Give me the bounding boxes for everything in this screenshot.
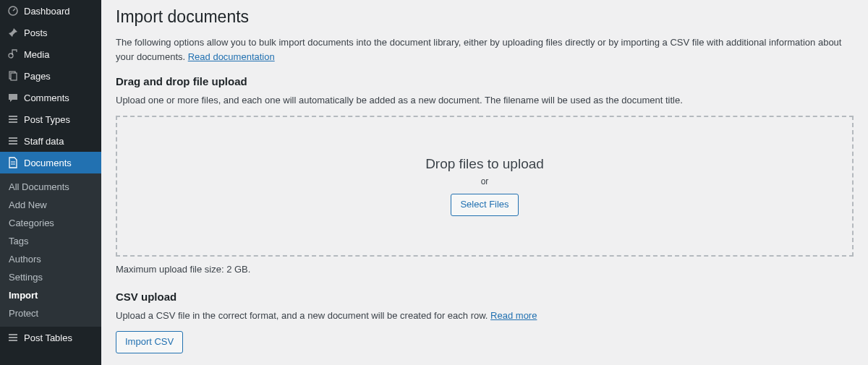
sidebar-item-label: Dashboard (24, 6, 70, 17)
csv-upload-section: CSV upload Upload a CSV file in the corr… (116, 291, 854, 353)
dashboard-icon (7, 5, 19, 17)
svg-rect-8 (9, 140, 17, 142)
svg-rect-12 (9, 340, 17, 341)
pages-icon (7, 70, 19, 82)
list-icon (7, 135, 19, 147)
sidebar-item-label: Posts (24, 27, 48, 38)
page-title: Import documents (116, 7, 854, 27)
sidebar-item-pages[interactable]: Pages (0, 65, 101, 87)
svg-rect-6 (9, 121, 17, 123)
submenu-categories[interactable]: Categories (0, 214, 101, 232)
sidebar-item-label: Media (24, 49, 49, 60)
submenu-settings[interactable]: Settings (0, 268, 101, 286)
sidebar-item-staff-data[interactable]: Staff data (0, 130, 101, 152)
sidebar-item-media[interactable]: Media (0, 43, 101, 65)
file-dropzone[interactable]: Drop files to upload or Select Files (116, 116, 854, 257)
section-csv-hint: Upload a CSV file in the correct format,… (116, 310, 854, 321)
svg-rect-9 (9, 143, 17, 145)
svg-rect-7 (9, 137, 17, 139)
section-drag-drop-title: Drag and drop file upload (116, 75, 854, 87)
sidebar-item-post-tables[interactable]: Post Tables (0, 327, 101, 348)
document-icon (7, 157, 19, 168)
dropzone-title: Drop files to upload (117, 156, 852, 172)
svg-rect-4 (9, 116, 17, 117)
sidebar-item-documents[interactable]: Documents (0, 152, 101, 173)
submenu-add-new[interactable]: Add New (0, 196, 101, 214)
svg-rect-5 (9, 119, 17, 120)
submenu-protect[interactable]: Protect (0, 304, 101, 322)
svg-rect-10 (9, 334, 17, 335)
dropzone-or: or (117, 176, 852, 186)
section-drag-drop-hint: Upload one or more files, and each one w… (116, 95, 854, 106)
intro-paragraph: The following options allow you to bulk … (116, 35, 854, 64)
pin-icon (7, 27, 19, 38)
sidebar-item-label: Pages (24, 71, 51, 82)
section-csv-title: CSV upload (116, 291, 854, 303)
csv-hint-text: Upload a CSV file in the correct format,… (116, 310, 490, 321)
sidebar-item-label: Comments (24, 93, 69, 103)
submenu-tags[interactable]: Tags (0, 232, 101, 250)
sidebar-item-label: Staff data (24, 136, 64, 147)
import-csv-button[interactable]: Import CSV (116, 331, 183, 353)
admin-sidebar: Dashboard Posts Media Pages Comments Pos… (0, 0, 101, 365)
sidebar-item-dashboard[interactable]: Dashboard (0, 0, 101, 22)
svg-rect-11 (9, 337, 17, 338)
read-documentation-link[interactable]: Read documentation (188, 51, 275, 62)
submenu-authors[interactable]: Authors (0, 250, 101, 268)
max-upload-size: Maximum upload file size: 2 GB. (116, 264, 854, 275)
svg-rect-3 (11, 73, 17, 80)
documents-submenu: All Documents Add New Categories Tags Au… (0, 173, 101, 327)
submenu-import[interactable]: Import (0, 286, 101, 304)
comment-icon (7, 92, 19, 103)
sidebar-item-comments[interactable]: Comments (0, 87, 101, 108)
list-icon (7, 113, 19, 125)
main-content: Import documents The following options a… (101, 0, 868, 365)
sidebar-item-post-types[interactable]: Post Types (0, 108, 101, 130)
list-icon (7, 332, 19, 343)
submenu-all-documents[interactable]: All Documents (0, 178, 101, 196)
select-files-button[interactable]: Select Files (451, 194, 518, 216)
sidebar-item-label: Documents (24, 158, 72, 168)
read-more-link[interactable]: Read more (490, 310, 537, 321)
sidebar-item-posts[interactable]: Posts (0, 22, 101, 43)
sidebar-item-label: Post Tables (24, 332, 72, 343)
media-icon (7, 48, 19, 60)
sidebar-item-label: Post Types (24, 114, 70, 125)
